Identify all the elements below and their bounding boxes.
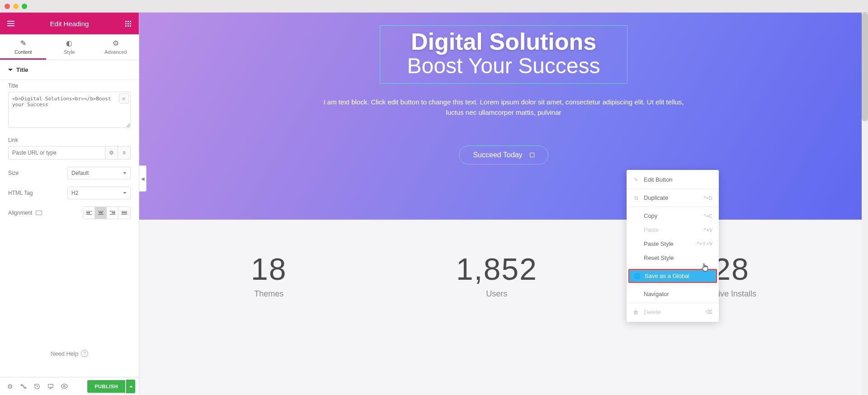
cm-label: Paste — [644, 226, 659, 233]
menu-icon[interactable] — [5, 18, 16, 29]
duplicate-icon: ⧉ — [633, 195, 639, 201]
chevron-down-icon — [8, 69, 13, 71]
svg-point-1 — [63, 386, 65, 387]
publish-options-button[interactable] — [126, 380, 135, 393]
title-textarea[interactable] — [8, 92, 131, 128]
align-justify-button[interactable] — [118, 207, 130, 219]
dynamic-tags-icon[interactable]: ≡ — [119, 94, 129, 103]
square-icon — [530, 153, 534, 157]
stat-number: 18 — [251, 251, 287, 287]
maximize-window-icon[interactable] — [22, 4, 27, 9]
link-dynamic-icon[interactable]: ≡ — [118, 146, 131, 160]
size-select-value: Default — [71, 170, 89, 176]
globe-icon: 🌐 — [634, 273, 640, 279]
stat-number: 1,852 — [456, 251, 538, 287]
cm-shortcut: ^+V — [704, 227, 712, 233]
cm-shortcut: ^+D — [703, 195, 712, 201]
cm-label: Delete — [644, 309, 661, 315]
trash-icon: 🗑 — [633, 309, 639, 315]
tab-advanced-label: Advanced — [104, 49, 127, 55]
align-right-button[interactable] — [107, 207, 118, 219]
link-input[interactable] — [8, 146, 105, 160]
pencil-icon: ✎ — [633, 177, 639, 183]
stat-users[interactable]: 1,852 Users — [456, 251, 538, 299]
cm-label: Navigator — [644, 291, 669, 297]
htmltag-select-value: H2 — [71, 190, 78, 196]
scrollbar-thumb[interactable] — [862, 13, 868, 121]
cm-paste: Paste ^+V — [627, 223, 719, 237]
help-icon: ? — [81, 350, 88, 357]
window-chrome — [0, 0, 868, 13]
sidebar-header: Edit Heading — [0, 13, 139, 34]
hero-section: Digital Solutions Boost Your Success I a… — [139, 13, 868, 220]
editor-sidebar: Edit Heading ✎ Content ◐ Style ⚙ Advance… — [0, 13, 139, 395]
cm-edit-button[interactable]: ✎Edit Button — [627, 173, 719, 187]
context-menu: ✎Edit Button ⧉Duplicate ^+D Copy ^+C Pas… — [627, 170, 719, 322]
collapse-sidebar-button[interactable]: ◀ — [139, 165, 146, 192]
heading-bold-text: Digital Solutions — [407, 29, 600, 54]
scrollbar[interactable] — [862, 13, 868, 395]
need-help-link[interactable]: Need Help ? — [0, 339, 139, 368]
tab-content-label: Content — [14, 49, 32, 55]
size-select[interactable]: Default — [67, 167, 131, 179]
minimize-window-icon[interactable] — [13, 4, 19, 9]
hero-paragraph[interactable]: I am text block. Click edit button to ch… — [318, 97, 689, 118]
gear-icon: ⚙ — [93, 39, 139, 47]
cm-save-global[interactable]: 🌐Save as a Global — [628, 269, 717, 283]
hero-cta-button[interactable]: Succeed Today — [459, 146, 548, 165]
pencil-icon: ✎ — [0, 39, 46, 47]
heading-light-text: Boost Your Success — [407, 54, 600, 78]
stat-label: Themes — [251, 289, 287, 299]
publish-bar: ⚙ PUBLISH — [0, 377, 139, 395]
separator — [627, 188, 719, 189]
chevron-down-icon — [123, 192, 127, 194]
cm-copy[interactable]: Copy ^+C — [627, 209, 719, 223]
hero-cta-label: Succeed Today — [473, 151, 522, 159]
preview-icon[interactable] — [58, 380, 71, 393]
close-window-icon[interactable] — [5, 4, 10, 9]
settings-icon[interactable]: ⚙ — [4, 380, 16, 393]
separator — [627, 267, 719, 267]
cm-reset-style[interactable]: Reset Style — [627, 251, 719, 265]
htmltag-select[interactable]: H2 — [67, 187, 131, 199]
separator — [627, 207, 719, 207]
cm-shortcut: ^+⇧+V — [697, 241, 712, 247]
tab-style[interactable]: ◐ Style — [46, 34, 92, 60]
cm-label: Duplicate — [644, 194, 668, 201]
cm-paste-style[interactable]: Paste Style ^+⇧+V — [627, 237, 719, 251]
heading-widget[interactable]: Digital Solutions Boost Your Success — [380, 25, 628, 84]
alignment-buttons — [83, 207, 131, 219]
section-title-label: Title — [16, 66, 28, 73]
sidebar-title: Edit Heading — [16, 20, 123, 28]
link-settings-icon[interactable]: ⚙ — [105, 146, 118, 160]
delete-shortcut-icon: ⌫ — [705, 309, 712, 315]
stats-row: 18 Themes 1,852 Users 28 Active Installs — [139, 220, 868, 299]
cm-duplicate[interactable]: ⧉Duplicate ^+D — [627, 191, 719, 205]
tab-style-label: Style — [64, 49, 75, 55]
size-field-label: Size — [8, 170, 19, 176]
stat-themes[interactable]: 18 Themes — [251, 251, 287, 299]
align-center-button[interactable] — [95, 207, 107, 219]
responsive-mode-icon[interactable] — [44, 380, 57, 393]
cm-label: Save as a Global — [645, 273, 689, 279]
separator — [627, 285, 719, 285]
fields-container: Title ≡ Link ⚙ ≡ Size Default — [0, 80, 139, 235]
tab-advanced[interactable]: ⚙ Advanced — [93, 34, 139, 60]
alignment-field-label: Alignment — [8, 210, 32, 216]
publish-button[interactable]: PUBLISH — [87, 380, 125, 393]
revisions-icon[interactable] — [17, 380, 30, 393]
cm-navigator[interactable]: Navigator — [627, 287, 719, 301]
responsive-icon[interactable] — [36, 211, 42, 215]
align-left-button[interactable] — [83, 207, 95, 219]
widgets-grid-icon[interactable] — [123, 18, 133, 29]
tab-content[interactable]: ✎ Content — [0, 34, 46, 60]
svg-rect-0 — [48, 384, 53, 387]
cm-delete: 🗑Delete ⌫ — [627, 305, 719, 319]
section-title-toggle[interactable]: Title — [0, 60, 139, 80]
cm-label: Reset Style — [644, 254, 674, 261]
history-icon[interactable] — [31, 380, 43, 393]
canvas-preview: ◀ Digital Solutions Boost Your Success I… — [139, 13, 868, 395]
chevron-down-icon — [123, 172, 127, 174]
stat-label: Users — [456, 289, 538, 299]
cm-label: Paste Style — [644, 240, 674, 247]
